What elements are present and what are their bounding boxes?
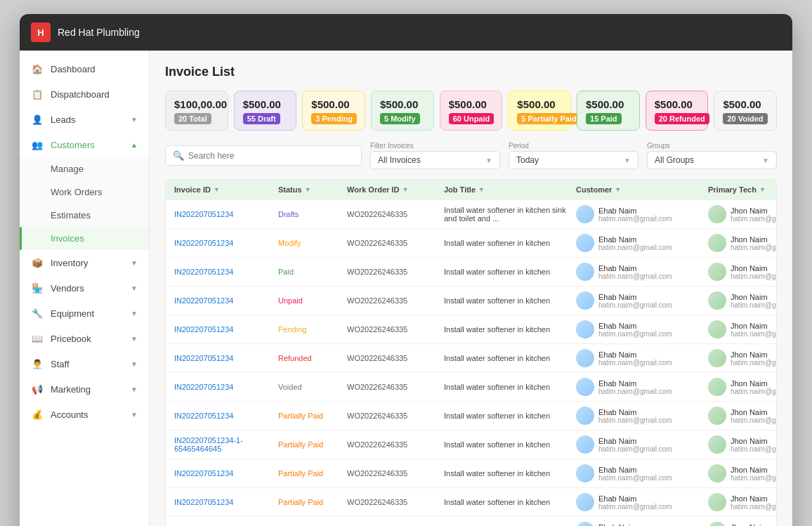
job-title-cell: Install water softener in kitchen xyxy=(444,296,570,305)
sidebar-item-vendors[interactable]: 🏪 Vendors ▼ xyxy=(20,275,149,301)
sidebar-label-dispatchboard: Dispatchboard xyxy=(51,89,138,100)
job-title-cell: Install water softener in kitchen xyxy=(444,440,570,449)
invoice-id-cell[interactable]: IN202207051234-1-65465464645 xyxy=(174,436,273,453)
sidebar-item-manage[interactable]: Manage xyxy=(20,157,149,180)
th-work-order-filter[interactable]: ▼ xyxy=(402,186,408,193)
stat-amount-partial: $500.00 xyxy=(517,98,562,110)
tech-avatar xyxy=(708,205,726,223)
invoice-id-cell[interactable]: IN202207051234 xyxy=(174,210,273,218)
filter-period-select[interactable]: Today ▼ xyxy=(509,151,639,169)
customer-avatar-img xyxy=(576,522,594,526)
tech-email: hatim.naim@gmail.com xyxy=(731,503,777,511)
work-order-cell: WO20226246335 xyxy=(347,469,438,478)
th-status: Status ▼ xyxy=(278,185,341,194)
customer-name: Ehab Naim xyxy=(598,408,672,416)
invoice-id-cell[interactable]: IN202207051234 xyxy=(174,325,273,334)
table-row[interactable]: IN202207051234-1-65465464645 Partially P… xyxy=(166,430,776,459)
invoice-id-cell[interactable]: IN202207051234 xyxy=(174,354,273,362)
tech-info: Jhon Naim hatim.naim@gmail.com xyxy=(731,408,777,424)
sidebar-item-pricebook[interactable]: 📖 Pricebook ▼ xyxy=(20,326,149,351)
sidebar-item-staff[interactable]: 👨‍💼 Staff ▼ xyxy=(20,351,149,376)
tech-info: Jhon Naim hatim.naim@gmail.com xyxy=(731,322,777,338)
stat-card-draft[interactable]: $500.00 55 Draft xyxy=(234,91,297,131)
stat-label-total: 20 Total xyxy=(174,113,211,124)
page-title: Invoice List xyxy=(165,65,777,79)
customer-email: hatim.naim@gmail.com xyxy=(598,244,672,251)
tech-cell: Jhon Naim hatim.naim@gmail.com xyxy=(708,291,777,310)
sidebar-item-work-orders[interactable]: Work Orders xyxy=(20,180,149,204)
table-row[interactable]: IN202207051234 Refunded WO20226246335 In… xyxy=(166,343,776,372)
table-row[interactable]: IN202207051234 Voided WO20226246335 Inst… xyxy=(166,372,776,401)
invoice-id-cell[interactable]: IN202207051234 xyxy=(174,469,273,478)
stat-card-paid[interactable]: $500.00 15 Paid xyxy=(577,91,640,131)
sidebar-item-accounts[interactable]: 💰 Accounts ▼ xyxy=(20,402,149,427)
marketing-icon: 📢 xyxy=(31,383,44,395)
filter-invoices-value: All Invoices xyxy=(378,155,421,165)
th-primary-tech-filter[interactable]: ▼ xyxy=(759,186,766,193)
tech-info: Jhon Naim hatim.naim@gmail.com xyxy=(731,293,777,309)
customer-cell: Ehab Naim hatim.naim@gmail.com xyxy=(576,522,702,526)
table-row[interactable]: IN202207051234 Modify WO20226246335 Inst… xyxy=(166,228,776,257)
sidebar-item-dispatchboard[interactable]: 📋 Dispatchboard xyxy=(20,81,149,107)
tech-name: Jhon Naim xyxy=(731,494,777,503)
invoice-id-cell[interactable]: IN202207051234 xyxy=(174,268,273,276)
sidebar-item-estimates[interactable]: Estimates xyxy=(20,204,149,227)
invoice-id-cell[interactable]: IN202207051234 xyxy=(174,412,273,420)
inventory-icon: 📦 xyxy=(31,256,44,269)
stat-card-unpaid[interactable]: $500.00 60 Unpaid xyxy=(440,91,503,131)
tech-name: Jhon Naim xyxy=(731,379,777,388)
stat-card-total[interactable]: $100,00.00 20 Total xyxy=(165,91,228,131)
table-row[interactable]: IN202207051234 Pending WO20226246335 Ins… xyxy=(166,315,776,343)
sidebar-item-marketing[interactable]: 📢 Marketing ▼ xyxy=(20,376,149,402)
sidebar-label-inventory: Inventory xyxy=(51,258,124,268)
sidebar-item-leads[interactable]: 👤 Leads ▼ xyxy=(20,107,149,132)
home-icon: 🏠 xyxy=(31,63,44,75)
invoice-table: Invoice ID ▼ Status ▼ Work Order ID ▼ Jo… xyxy=(165,179,777,526)
table-row[interactable]: IN202207051234 Paid WO20226246335 Instal… xyxy=(166,257,776,286)
table-row[interactable]: IN202207051234 Partially Paid WO20226246… xyxy=(166,487,776,516)
tech-email: hatim.naim@gmail.com xyxy=(731,474,777,482)
stat-label-partial: 5 Partially Paid xyxy=(517,113,580,124)
th-status-filter[interactable]: ▼ xyxy=(305,186,311,193)
invoice-id-cell[interactable]: IN202207051234 xyxy=(174,239,273,247)
table-row[interactable]: IN202207051234 Drafts WO20226246335 Inst… xyxy=(166,199,776,228)
sidebar-item-customers[interactable]: 👥 Customers ▲ xyxy=(20,132,149,157)
job-title-cell: Install water softener in kitchen xyxy=(444,498,570,506)
sidebar-item-equipment[interactable]: 🔧 Equipment ▼ xyxy=(20,301,149,326)
customer-email: hatim.naim@gmail.com xyxy=(598,330,672,338)
filter-groups-select[interactable]: All Groups ▼ xyxy=(647,151,777,169)
customer-avatar xyxy=(576,493,594,511)
stat-card-partial[interactable]: $500.00 5 Partially Paid xyxy=(508,91,571,131)
search-box[interactable]: 🔍 xyxy=(165,145,362,166)
table-row[interactable]: IN202207051234 Partially Paid WO20226246… xyxy=(166,459,776,487)
stat-card-voided[interactable]: $500.00 20 Voided xyxy=(714,91,777,131)
stat-card-pending[interactable]: $500.00 3 Pending xyxy=(302,91,365,131)
stat-card-refunded[interactable]: $500.00 20 Refunded xyxy=(646,91,709,131)
tech-cell: Jhon Naim hatim.naim@gmail.com xyxy=(708,205,777,223)
filter-period-value: Today xyxy=(516,155,539,165)
tech-avatar-img xyxy=(708,522,726,526)
table-row[interactable]: IN202207051234 Partially Paid WO20226246… xyxy=(166,516,776,526)
tech-avatar xyxy=(708,407,726,425)
stat-card-modify[interactable]: $500.00 5 Modify xyxy=(371,91,434,131)
th-invoice-id-filter[interactable]: ▼ xyxy=(214,186,220,193)
customer-info: Ehab Naim hatim.naim@gmail.com xyxy=(598,293,672,309)
invoice-id-cell[interactable]: IN202207051234 xyxy=(174,498,273,506)
invoice-id-cell[interactable]: IN202207051234 xyxy=(174,383,273,391)
filter-invoices-select[interactable]: All Invoices ▼ xyxy=(370,151,500,169)
customer-avatar-img xyxy=(576,263,594,281)
tech-avatar-img xyxy=(708,464,726,482)
sidebar-item-invoices[interactable]: Invoices xyxy=(20,227,149,250)
invoice-id-cell[interactable]: IN202207051234 xyxy=(174,296,273,305)
th-customer-filter[interactable]: ▼ xyxy=(615,186,621,193)
table-body: IN202207051234 Drafts WO20226246335 Inst… xyxy=(166,199,776,526)
search-input[interactable] xyxy=(188,151,354,161)
th-job-title-filter[interactable]: ▼ xyxy=(478,186,485,193)
table-row[interactable]: IN202207051234 Unpaid WO20226246335 Inst… xyxy=(166,286,776,315)
customer-name: Ehab Naim xyxy=(598,322,672,330)
sidebar-item-inventory[interactable]: 📦 Inventory ▼ xyxy=(20,250,149,275)
sidebar-item-dashboard[interactable]: 🏠 Dashboard xyxy=(20,56,149,81)
tech-cell: Jhon Naim hatim.naim@gmail.com xyxy=(708,522,777,526)
table-row[interactable]: IN202207051234 Partially Paid WO20226246… xyxy=(166,401,776,430)
customer-cell: Ehab Naim hatim.naim@gmail.com xyxy=(576,493,702,511)
